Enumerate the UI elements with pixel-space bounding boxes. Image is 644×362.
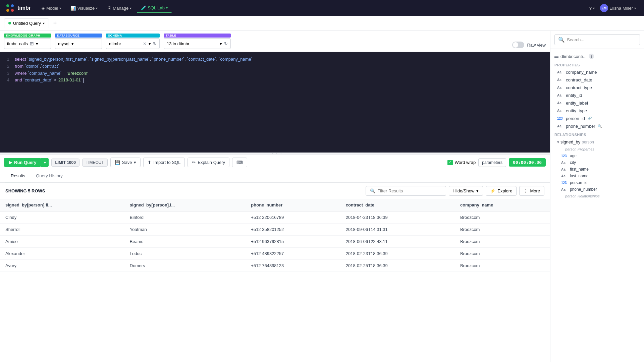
results-section: Results Query History SHOWING 5 ROWS 🔍 H… — [0, 170, 550, 362]
clear-icon[interactable]: ✕ — [143, 41, 147, 46]
kg-label: KNOWLEDGE GRAPH — [4, 34, 51, 38]
table-row: CindyBinford+512 2206167892018-04-23T18:… — [0, 211, 550, 224]
filter-text-field[interactable] — [377, 188, 442, 193]
person-properties: 123ageAacityAafirst_nameAalast_name123pe… — [554, 153, 644, 193]
results-tab-bar: Results Query History — [0, 170, 550, 183]
user-menu-button[interactable]: EM Elisha Miller ▾ — [597, 3, 639, 13]
person-props-label: person Properties — [554, 146, 644, 153]
nav-sqllab[interactable]: 🧪 SQL Lab ▾ — [137, 3, 172, 13]
col-header-phone[interactable]: phone_number — [246, 199, 340, 211]
knowledge-graph-select[interactable]: timbr_calls ⊞ ▾ — [4, 38, 51, 49]
sidebar-sub-property-item[interactable]: 123person_id — [554, 179, 644, 186]
tab-results[interactable]: Results — [5, 170, 31, 182]
logo: timbr — [5, 3, 31, 13]
refresh-icon[interactable]: ↻ — [224, 41, 228, 46]
table-cell: 2018-02-23T18:36:39 — [340, 248, 455, 260]
table-select[interactable]: 13 in dtimbr ▾ ↻ — [164, 38, 231, 49]
sidebar-property-item[interactable]: Aaentity_id — [550, 92, 644, 99]
property-name: phone_number — [570, 187, 597, 192]
sidebar-property-item[interactable]: Aaentity_label — [550, 99, 644, 107]
sidebar-property-item[interactable]: Aacontract_type — [550, 84, 644, 92]
word-wrap-group: ✓ Word wrap — [447, 160, 476, 165]
explore-button[interactable]: ⚡ Explore — [486, 186, 517, 196]
property-type-badge: Aa — [557, 94, 564, 97]
table-cell: Broozcom — [455, 224, 550, 236]
sidebar-property-item[interactable]: Aaentity_type — [550, 107, 644, 115]
sidebar-sub-property-item[interactable]: Aafirst_name — [554, 166, 644, 173]
sql-editor[interactable]: 1 select `signed_by[person].first_name`,… — [0, 52, 550, 153]
tab-bar: Untitled Query ▾ + — [0, 16, 644, 31]
sidebar-search-input[interactable] — [567, 37, 636, 42]
table-cell: Sherroll — [0, 224, 124, 236]
sidebar-property-item[interactable]: 123person_id🔗 — [550, 115, 644, 122]
filter-results-input[interactable]: 🔍 — [366, 186, 446, 196]
sidebar: 🔍 ▬ dtimbr.contr... ℹ PROPERTIES Aacompa… — [550, 31, 644, 362]
table-cell: Broozcom — [455, 260, 550, 272]
run-query-dropdown-button[interactable]: ▾ — [41, 158, 49, 167]
help-button[interactable]: ? ▾ — [589, 6, 595, 11]
sidebar-property-item[interactable]: Aacontract_date — [550, 76, 644, 84]
properties-section-label: PROPERTIES — [550, 60, 644, 68]
sql-toolbar: ▶ Run Query ▾ LIMIT 1000 TIMEOUT 💾 Save … — [0, 155, 550, 170]
property-name: first_name — [570, 167, 589, 172]
datasource-select[interactable]: mysql ▾ — [55, 38, 102, 49]
table-row: AlexanderLoduc+512 4893222572018-02-23T1… — [0, 248, 550, 260]
table-cell: Broozcom — [455, 211, 550, 224]
run-query-button[interactable]: ▶ Run Query — [4, 158, 41, 167]
schema-select[interactable]: dtimbr ✕ ▾ ↻ — [106, 38, 160, 49]
table-cell: +512 489322257 — [246, 248, 340, 260]
table-cell: Broozcom — [455, 248, 550, 260]
refresh-icon[interactable]: ↻ — [153, 41, 157, 46]
sidebar-property-item[interactable]: Aacompany_name — [550, 68, 644, 76]
collapse-icon[interactable]: ▬ — [554, 54, 558, 59]
more-button[interactable]: ⋮ More — [519, 186, 544, 196]
nav-model[interactable]: ◈ Model ▾ — [38, 4, 65, 13]
table-row: SherrollYoatman+512 3582012522018-09-06T… — [0, 224, 550, 236]
word-wrap-checkbox[interactable]: ✓ — [447, 160, 453, 165]
property-type-badge: Aa — [561, 161, 568, 165]
col-header-company[interactable]: company_name — [455, 199, 550, 211]
property-name: entity_label — [566, 101, 588, 106]
col-header-last-name[interactable]: signed_by[person].l... — [124, 199, 246, 211]
results-table: signed_by[person].fi... signed_by[person… — [0, 199, 550, 272]
tab-query-history[interactable]: Query History — [31, 170, 68, 182]
nav-visualize[interactable]: 📊 Visualize ▾ — [66, 4, 102, 13]
explain-query-button[interactable]: ✏ Explain Query — [187, 158, 229, 167]
col-header-first-name[interactable]: signed_by[person].fi... — [0, 199, 124, 211]
keyboard-shortcuts-button[interactable]: ⌨ — [232, 158, 247, 167]
limit-button[interactable]: LIMIT 1000 — [51, 159, 79, 167]
relationship-signed-by[interactable]: ▾ signed_by person — [550, 138, 644, 146]
sidebar-search-field[interactable]: 🔍 — [554, 34, 640, 45]
property-type-badge: Aa — [557, 70, 564, 74]
table-cell: Amiee — [0, 236, 124, 248]
more-icon: ⋮ — [524, 188, 528, 193]
property-type-badge: 123 — [561, 154, 568, 158]
import-sql-button[interactable]: ⬆ Import to SQL — [143, 158, 185, 167]
table-cell: 2018-04-23T18:36:39 — [340, 211, 455, 224]
hide-show-button[interactable]: Hide/Show ▾ — [449, 186, 483, 196]
chevron-down-icon: ▾ — [36, 41, 38, 46]
relationships-section-label: RELATIONSHIPS — [550, 130, 644, 138]
col-header-contract-date[interactable]: contract_date — [340, 199, 455, 211]
table-cell: Loduc — [124, 248, 246, 260]
parameters-button[interactable]: parameters — [478, 158, 506, 167]
sidebar-sub-property-item[interactable]: Aalast_name — [554, 173, 644, 179]
table-cell: 2018-02-25T18:36:39 — [340, 260, 455, 272]
table-cell: +512 220616789 — [246, 211, 340, 224]
sidebar-property-item[interactable]: Aaphone_number🔍 — [550, 122, 644, 130]
sidebar-sub-property-item[interactable]: Aaphone_number — [554, 186, 644, 193]
table-label: TABLE — [164, 34, 231, 38]
info-icon[interactable]: ℹ — [589, 54, 594, 59]
play-icon: ▶ — [9, 160, 12, 165]
table-cell: Cindy — [0, 211, 124, 224]
model-icon: ◈ — [42, 6, 45, 11]
add-tab-button[interactable]: + — [50, 19, 60, 28]
save-button[interactable]: 💾 Save ▾ — [110, 158, 141, 167]
tab-untitled-query[interactable]: Untitled Query ▾ — [4, 18, 49, 28]
sidebar-sub-property-item[interactable]: 123age — [554, 153, 644, 159]
raw-view-switch[interactable] — [512, 42, 524, 48]
keyboard-icon: ⌨ — [236, 160, 243, 165]
nav-manage[interactable]: 🗄 Manage ▾ — [103, 4, 136, 13]
timeout-button[interactable]: TIMEOUT — [82, 159, 108, 167]
sidebar-sub-property-item[interactable]: Aacity — [554, 159, 644, 166]
